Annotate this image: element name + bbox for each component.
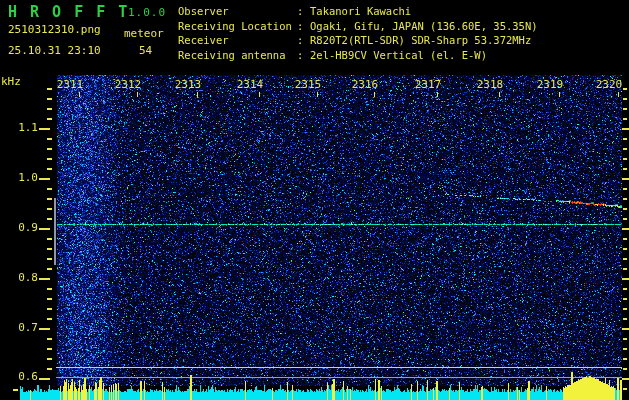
info-row-observer: Observer : Takanori Kawachi bbox=[178, 4, 538, 19]
observation-mode: meteor bbox=[124, 27, 164, 40]
time-axis-label: 2317 bbox=[415, 78, 442, 91]
freq-axis-label: 0.7 bbox=[0, 321, 38, 334]
app-title: H R O F F T bbox=[8, 3, 129, 21]
freq-axis-label: 0.9 bbox=[0, 221, 38, 234]
station-info: Observer : Takanori Kawachi Receiving Lo… bbox=[178, 4, 538, 62]
info-colon: : bbox=[297, 33, 310, 48]
info-row-antenna: Receiving antenna : 2el-HB9CV Vertical (… bbox=[178, 48, 538, 63]
info-value: R820T2(RTL-SDR) SDR-Sharp 53.372MHz bbox=[310, 33, 531, 48]
freq-axis-label: 0.8 bbox=[0, 271, 38, 284]
info-value: Ogaki, Gifu, JAPAN (136.60E, 35.35N) bbox=[310, 19, 538, 34]
info-value: Takanori Kawachi bbox=[310, 4, 411, 19]
time-axis-label: 2314 bbox=[237, 78, 264, 91]
echo-count: 54 bbox=[139, 44, 152, 57]
info-colon: : bbox=[297, 19, 310, 34]
info-colon: : bbox=[297, 4, 310, 19]
info-value: 2el-HB9CV Vertical (el. E-W) bbox=[310, 48, 487, 63]
time-axis-label: 2315 bbox=[295, 78, 322, 91]
info-row-receiver: Receiver : R820T2(RTL-SDR) SDR-Sharp 53.… bbox=[178, 33, 538, 48]
freq-axis-label: 1.0 bbox=[0, 171, 38, 184]
freq-axis-label: 1.1 bbox=[0, 121, 38, 134]
freq-axis-label: 0.6 bbox=[0, 370, 38, 383]
info-colon: : bbox=[297, 48, 310, 63]
info-label: Observer bbox=[178, 4, 297, 19]
info-label: Receiver bbox=[178, 33, 297, 48]
info-label: Receiving Location bbox=[178, 19, 297, 34]
info-label: Receiving antenna bbox=[178, 48, 297, 63]
hrofft-window: H R O F F T 1.0.0 2510312310.png meteor … bbox=[0, 0, 629, 400]
time-axis-label: 2318 bbox=[477, 78, 504, 91]
app-version: 1.0.0 bbox=[128, 6, 166, 19]
time-axis-label: 2311 bbox=[57, 78, 84, 91]
freq-unit-label: kHz bbox=[1, 75, 21, 88]
capture-filename: 2510312310.png bbox=[8, 23, 101, 36]
time-axis-label: 2313 bbox=[175, 78, 202, 91]
time-axis-label: 2316 bbox=[352, 78, 379, 91]
time-axis-label: 2312 bbox=[115, 78, 142, 91]
info-row-location: Receiving Location : Ogaki, Gifu, JAPAN … bbox=[178, 19, 538, 34]
time-axis-label: 2320 bbox=[596, 78, 623, 91]
capture-datetime: 25.10.31 23:10 bbox=[8, 44, 101, 57]
time-axis-label: 2319 bbox=[537, 78, 564, 91]
